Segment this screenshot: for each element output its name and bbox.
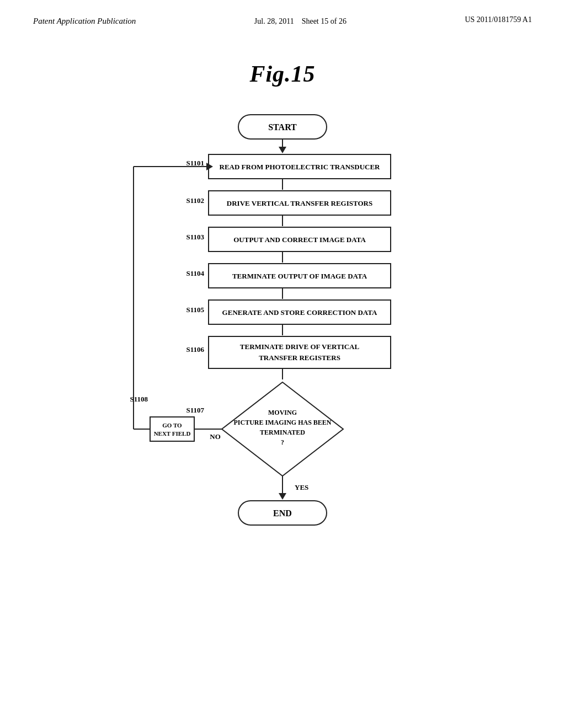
s1106-text-2: TRANSFER REGISTERS [259,354,340,362]
s1104-text: TERMINATE OUTPUT OF IMAGE DATA [232,272,367,280]
svg-marker-1 [279,147,286,153]
figure-title: Fig.15 [0,61,565,87]
s1107-text-3: TERMINATED [260,429,305,436]
patent-number: US 2011/0181759 A1 [465,15,532,24]
s1102-text: DRIVE VERTICAL TRANSFER REGISTORS [227,199,372,207]
s1107-label: S1107 [186,406,204,414]
s1107-text-4: ? [281,438,284,446]
s1106-text-1: TERMINATE DRIVE OF VERTICAL [240,342,360,351]
publication-label: Patent Application Publication [33,15,136,27]
start-label: START [268,122,297,132]
s1108-text-1: GO TO [162,422,182,429]
s1105-label: S1105 [186,306,204,314]
s1107-text-2: PICTURE IMAGING HAS BEEN [233,419,331,426]
flowchart-svg: START S1101 READ FROM PHOTOELECTRIC TRAN… [89,109,476,606]
s1106-box [209,336,391,368]
header: Patent Application Publication Jul. 28, … [0,0,565,28]
no-label: NO [210,432,221,441]
s1105-text: GENERATE AND STORE CORRECTION DATA [222,308,377,317]
s1108-label: S1108 [130,395,148,403]
date-label: Jul. 28, 2011 [254,17,294,25]
header-middle: Jul. 28, 2011 Sheet 15 of 26 [254,15,347,28]
end-label: END [273,508,292,518]
s1107-text-1: MOVING [268,409,297,416]
svg-marker-9 [279,493,286,500]
sheet-label: Sheet 15 of 26 [302,17,347,25]
s1102-label: S1102 [186,196,204,205]
s1101-text: READ FROM PHOTOELECTRIC TRANSDUCER [220,163,381,171]
s1108-text-2: NEXT FIELD [154,430,191,437]
s1101-label: S1101 [186,159,204,167]
s1108-box [150,417,194,441]
yes-label: YES [295,483,308,491]
s1103-text: OUTPUT AND CORRECT IMAGE DATA [233,235,366,244]
s1103-label: S1103 [186,233,204,241]
s1104-label: S1104 [186,269,204,277]
s1106-label: S1106 [186,345,204,354]
